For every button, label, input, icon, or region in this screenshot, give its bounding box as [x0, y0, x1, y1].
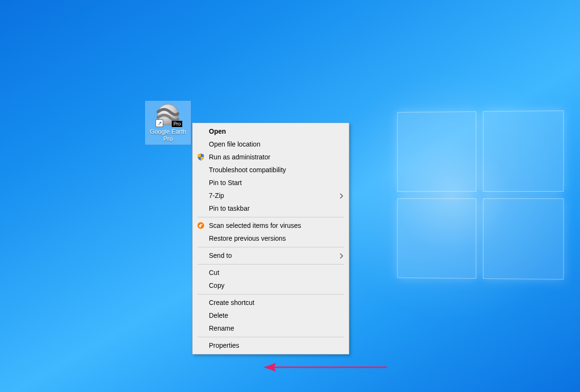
- chevron-right-icon: [339, 189, 344, 202]
- menu-separator: [197, 247, 344, 247]
- menu-item-pin-to-start[interactable]: Pin to Start: [193, 176, 349, 189]
- menu-item-pin-to-taskbar[interactable]: Pin to taskbar: [193, 202, 349, 215]
- menu-separator: [197, 337, 344, 337]
- menu-item-send-to[interactable]: Send to: [193, 249, 349, 262]
- menu-item-label: Scan selected items for viruses: [209, 222, 301, 229]
- chevron-right-icon: [339, 249, 344, 262]
- pro-badge: Pro: [172, 121, 182, 127]
- menu-item-label: Open file location: [209, 140, 260, 148]
- menu-item-copy[interactable]: Copy: [193, 279, 349, 292]
- menu-item-label: Troubleshoot compatibility: [209, 166, 286, 174]
- desktop[interactable]: ↗ Pro Google Earth Pro Open Open file lo…: [0, 0, 580, 392]
- menu-item-open-file-location[interactable]: Open file location: [193, 138, 349, 151]
- windows-logo-icon: [397, 110, 564, 280]
- menu-item-label: Open: [209, 127, 226, 135]
- avast-icon: [197, 221, 205, 230]
- menu-item-7zip[interactable]: 7-Zip: [193, 189, 349, 202]
- menu-item-label: Pin to taskbar: [209, 205, 250, 212]
- annotation-arrow: [264, 362, 387, 373]
- menu-item-label: Copy: [209, 282, 225, 289]
- menu-item-label: Create shortcut: [209, 299, 255, 306]
- menu-item-label: 7-Zip: [209, 192, 224, 199]
- menu-item-label: Delete: [209, 312, 228, 319]
- menu-separator: [197, 217, 344, 217]
- menu-item-troubleshoot-compatibility[interactable]: Troubleshoot compatibility: [193, 164, 349, 176]
- menu-item-label: Cut: [209, 269, 219, 276]
- svg-marker-3: [264, 363, 276, 372]
- menu-item-label: Restore previous versions: [209, 235, 286, 242]
- menu-item-rename[interactable]: Rename: [193, 322, 349, 335]
- menu-item-open[interactable]: Open: [193, 125, 349, 138]
- google-earth-pro-icon: ↗ Pro: [157, 103, 179, 126]
- menu-item-cut[interactable]: Cut: [193, 266, 349, 279]
- menu-item-label: Properties: [209, 342, 239, 349]
- menu-item-label: Rename: [209, 324, 234, 332]
- menu-separator: [197, 294, 344, 294]
- menu-item-delete[interactable]: Delete: [193, 309, 349, 322]
- menu-item-run-as-administrator[interactable]: Run as administrator: [193, 151, 349, 164]
- menu-item-label: Run as administrator: [209, 153, 270, 161]
- menu-item-create-shortcut[interactable]: Create shortcut: [193, 296, 349, 309]
- menu-item-label: Send to: [209, 252, 232, 259]
- shortcut-label: Google Earth Pro: [146, 128, 190, 142]
- desktop-shortcut-google-earth-pro[interactable]: ↗ Pro Google Earth Pro: [146, 101, 190, 144]
- shortcut-overlay-icon: ↗: [156, 119, 163, 127]
- menu-item-properties[interactable]: Properties: [193, 339, 349, 352]
- menu-item-label: Pin to Start: [209, 179, 242, 186]
- menu-item-scan-for-viruses[interactable]: Scan selected items for viruses: [193, 219, 349, 232]
- shield-uac-icon: [197, 153, 205, 161]
- menu-item-restore-previous-versions[interactable]: Restore previous versions: [193, 232, 349, 245]
- context-menu: Open Open file location Run as administr…: [192, 123, 349, 354]
- menu-separator: [197, 264, 344, 265]
